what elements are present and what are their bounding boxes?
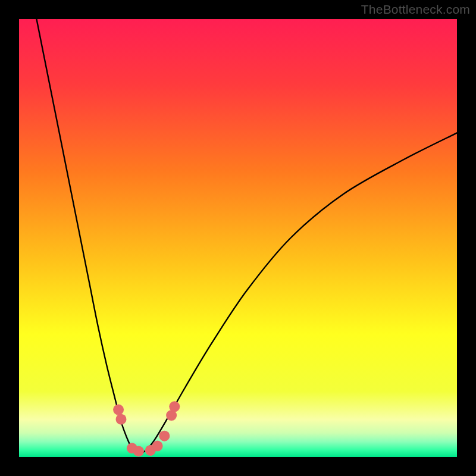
curve-layer	[19, 19, 457, 457]
right-upper-dot-2	[169, 401, 180, 412]
curve-right-branch	[137, 133, 457, 455]
right-floor-dot-2	[152, 441, 163, 452]
plot-area	[19, 19, 457, 457]
left-upper-dot-1	[113, 405, 124, 415]
chart-frame: TheBottleneck.com	[0, 0, 476, 476]
watermark-text: TheBottleneck.com	[361, 2, 470, 17]
left-upper-dot-2	[115, 414, 126, 425]
curve-left-branch	[36, 19, 137, 455]
right-floor-dot-3	[159, 431, 170, 441]
left-floor-dot-2	[133, 446, 144, 456]
